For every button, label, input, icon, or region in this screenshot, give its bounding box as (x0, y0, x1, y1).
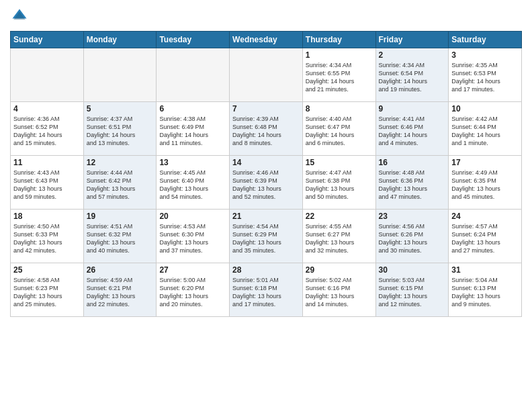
calendar-cell (157, 48, 230, 102)
day-number: 21 (232, 212, 300, 221)
calendar-week-3: 11Sunrise: 4:43 AM Sunset: 6:43 PM Dayli… (11, 156, 522, 210)
calendar-cell: 21Sunrise: 4:54 AM Sunset: 6:29 PM Dayli… (230, 210, 303, 263)
day-number: 30 (379, 265, 446, 275)
calendar-cell: 26Sunrise: 4:59 AM Sunset: 6:21 PM Dayli… (83, 263, 157, 317)
cell-info: Sunrise: 4:43 AM Sunset: 6:43 PM Dayligh… (13, 169, 81, 201)
cell-info: Sunrise: 4:50 AM Sunset: 6:33 PM Dayligh… (13, 222, 81, 255)
day-header-monday: Monday (83, 32, 157, 48)
day-number: 12 (87, 158, 154, 167)
calendar-cell: 14Sunrise: 4:46 AM Sunset: 6:39 PM Dayli… (230, 156, 303, 210)
cell-info: Sunrise: 4:35 AM Sunset: 6:53 PM Dayligh… (451, 61, 519, 94)
day-header-friday: Friday (375, 32, 449, 48)
calendar-cell: 28Sunrise: 5:01 AM Sunset: 6:18 PM Dayli… (230, 263, 303, 317)
calendar-cell: 19Sunrise: 4:51 AM Sunset: 6:32 PM Dayli… (83, 210, 157, 263)
calendar-cell: 9Sunrise: 4:41 AM Sunset: 6:46 PM Daylig… (375, 102, 449, 156)
cell-info: Sunrise: 4:45 AM Sunset: 6:40 PM Dayligh… (159, 169, 226, 201)
day-number: 10 (451, 104, 519, 113)
calendar-cell: 7Sunrise: 4:39 AM Sunset: 6:48 PM Daylig… (230, 102, 303, 156)
calendar-cell: 31Sunrise: 5:04 AM Sunset: 6:13 PM Dayli… (449, 263, 522, 317)
day-header-tuesday: Tuesday (157, 32, 230, 48)
calendar-week-1: 1Sunrise: 4:34 AM Sunset: 6:55 PM Daylig… (11, 48, 522, 102)
cell-info: Sunrise: 4:42 AM Sunset: 6:44 PM Dayligh… (451, 115, 519, 148)
cell-info: Sunrise: 4:46 AM Sunset: 6:39 PM Dayligh… (232, 169, 300, 201)
cell-info: Sunrise: 4:48 AM Sunset: 6:36 PM Dayligh… (379, 169, 446, 201)
day-header-thursday: Thursday (302, 32, 375, 48)
day-number: 17 (451, 158, 519, 167)
calendar-cell: 20Sunrise: 4:53 AM Sunset: 6:30 PM Dayli… (157, 210, 230, 263)
cell-info: Sunrise: 5:00 AM Sunset: 6:20 PM Dayligh… (159, 276, 226, 309)
calendar-cell: 5Sunrise: 4:37 AM Sunset: 6:51 PM Daylig… (83, 102, 157, 156)
cell-info: Sunrise: 4:53 AM Sunset: 6:30 PM Dayligh… (159, 222, 226, 255)
cell-info: Sunrise: 4:44 AM Sunset: 6:42 PM Dayligh… (87, 169, 154, 201)
calendar-week-2: 4Sunrise: 4:36 AM Sunset: 6:52 PM Daylig… (11, 102, 522, 156)
calendar-cell: 18Sunrise: 4:50 AM Sunset: 6:33 PM Dayli… (11, 210, 84, 263)
day-number: 9 (379, 104, 446, 113)
day-header-saturday: Saturday (449, 32, 522, 48)
calendar-week-5: 25Sunrise: 4:58 AM Sunset: 6:23 PM Dayli… (11, 263, 522, 317)
calendar-table: SundayMondayTuesdayWednesdayThursdayFrid… (10, 31, 522, 317)
cell-info: Sunrise: 4:40 AM Sunset: 6:47 PM Dayligh… (306, 115, 373, 148)
cell-info: Sunrise: 4:39 AM Sunset: 6:48 PM Dayligh… (232, 115, 300, 148)
logo-icon (10, 7, 29, 26)
cell-info: Sunrise: 4:55 AM Sunset: 6:27 PM Dayligh… (306, 222, 373, 255)
calendar-cell: 11Sunrise: 4:43 AM Sunset: 6:43 PM Dayli… (11, 156, 84, 210)
day-number: 16 (379, 158, 446, 167)
day-number: 31 (451, 265, 519, 275)
calendar-cell (83, 48, 157, 102)
day-number: 7 (232, 104, 300, 113)
cell-info: Sunrise: 4:37 AM Sunset: 6:51 PM Dayligh… (87, 115, 154, 148)
cell-info: Sunrise: 4:56 AM Sunset: 6:26 PM Dayligh… (379, 222, 446, 255)
day-number: 5 (87, 104, 154, 113)
calendar-cell: 13Sunrise: 4:45 AM Sunset: 6:40 PM Dayli… (157, 156, 230, 210)
day-number: 25 (13, 265, 81, 275)
calendar-cell: 6Sunrise: 4:38 AM Sunset: 6:49 PM Daylig… (157, 102, 230, 156)
calendar-cell: 23Sunrise: 4:56 AM Sunset: 6:26 PM Dayli… (375, 210, 449, 263)
calendar-cell: 25Sunrise: 4:58 AM Sunset: 6:23 PM Dayli… (11, 263, 84, 317)
calendar-cell: 12Sunrise: 4:44 AM Sunset: 6:42 PM Dayli… (83, 156, 157, 210)
day-number: 24 (451, 212, 519, 221)
calendar-cell: 29Sunrise: 5:02 AM Sunset: 6:16 PM Dayli… (302, 263, 375, 317)
day-number: 23 (379, 212, 446, 221)
calendar-cell: 10Sunrise: 4:42 AM Sunset: 6:44 PM Dayli… (449, 102, 522, 156)
page: SundayMondayTuesdayWednesdayThursdayFrid… (0, 0, 532, 411)
calendar-cell: 3Sunrise: 4:35 AM Sunset: 6:53 PM Daylig… (449, 48, 522, 102)
cell-info: Sunrise: 5:01 AM Sunset: 6:18 PM Dayligh… (232, 276, 300, 309)
day-number: 28 (232, 265, 300, 275)
day-number: 8 (306, 104, 373, 113)
day-number: 22 (306, 212, 373, 221)
day-number: 4 (13, 104, 81, 113)
cell-info: Sunrise: 4:47 AM Sunset: 6:38 PM Dayligh… (306, 169, 373, 201)
day-number: 2 (379, 50, 446, 60)
day-number: 18 (13, 212, 81, 221)
cell-info: Sunrise: 4:41 AM Sunset: 6:46 PM Dayligh… (379, 115, 446, 148)
day-number: 1 (306, 50, 373, 60)
calendar-cell: 1Sunrise: 4:34 AM Sunset: 6:55 PM Daylig… (302, 48, 375, 102)
calendar-header-row: SundayMondayTuesdayWednesdayThursdayFrid… (11, 32, 522, 48)
cell-info: Sunrise: 4:57 AM Sunset: 6:24 PM Dayligh… (451, 222, 519, 255)
logo (10, 7, 32, 26)
calendar-cell (11, 48, 84, 102)
header (10, 7, 522, 26)
cell-info: Sunrise: 4:38 AM Sunset: 6:49 PM Dayligh… (159, 115, 226, 148)
calendar-cell: 15Sunrise: 4:47 AM Sunset: 6:38 PM Dayli… (302, 156, 375, 210)
day-number: 11 (13, 158, 81, 167)
calendar-week-4: 18Sunrise: 4:50 AM Sunset: 6:33 PM Dayli… (11, 210, 522, 263)
calendar-cell: 27Sunrise: 5:00 AM Sunset: 6:20 PM Dayli… (157, 263, 230, 317)
day-number: 29 (306, 265, 373, 275)
calendar-cell: 30Sunrise: 5:03 AM Sunset: 6:15 PM Dayli… (375, 263, 449, 317)
day-header-sunday: Sunday (11, 32, 84, 48)
calendar-cell: 4Sunrise: 4:36 AM Sunset: 6:52 PM Daylig… (11, 102, 84, 156)
cell-info: Sunrise: 4:34 AM Sunset: 6:55 PM Dayligh… (306, 61, 373, 94)
calendar-cell (230, 48, 303, 102)
day-number: 27 (159, 265, 226, 275)
cell-info: Sunrise: 4:54 AM Sunset: 6:29 PM Dayligh… (232, 222, 300, 255)
day-number: 20 (159, 212, 226, 221)
cell-info: Sunrise: 4:51 AM Sunset: 6:32 PM Dayligh… (87, 222, 154, 255)
day-number: 14 (232, 158, 300, 167)
day-number: 19 (87, 212, 154, 221)
day-number: 15 (306, 158, 373, 167)
cell-info: Sunrise: 4:49 AM Sunset: 6:35 PM Dayligh… (451, 169, 519, 201)
calendar-cell: 24Sunrise: 4:57 AM Sunset: 6:24 PM Dayli… (449, 210, 522, 263)
day-number: 6 (159, 104, 226, 113)
cell-info: Sunrise: 4:34 AM Sunset: 6:54 PM Dayligh… (379, 61, 446, 94)
